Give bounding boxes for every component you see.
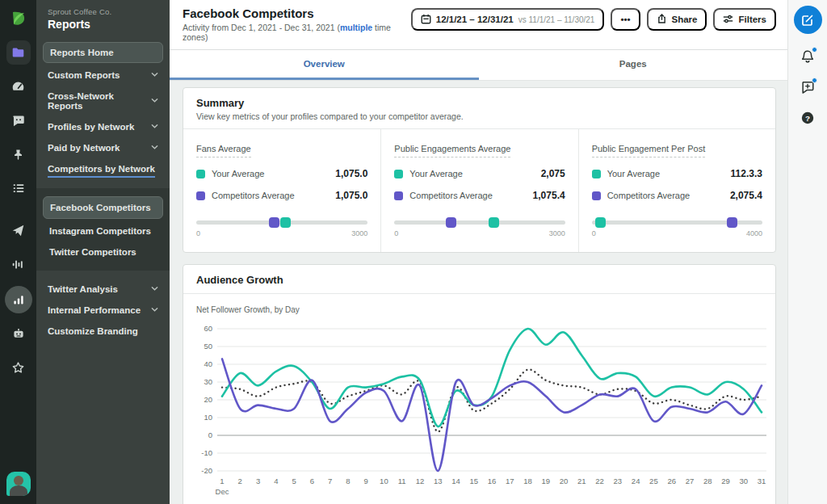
more-options-button[interactable]: ••• — [611, 8, 640, 31]
sidebar-item-twitter-analysis[interactable]: Twitter Analysis — [43, 279, 163, 300]
x-tick-label: 5 — [292, 477, 296, 485]
purple-slider-handle[interactable] — [269, 217, 279, 228]
summary-metric-fans-average: Fans AverageYour Average1,075.0Competito… — [183, 129, 380, 252]
x-tick-label: 30 — [739, 477, 748, 485]
sidebar-item-label: Customize Branding — [48, 326, 138, 336]
audience-growth-card: Audience Growth Net Follower Growth, by … — [183, 264, 776, 504]
messages-bubble-icon[interactable] — [798, 78, 817, 97]
summary-metric-public-engagements-average: Public Engagements AverageYour Average2,… — [380, 129, 577, 252]
x-tick-label: 9 — [363, 477, 367, 485]
x-tick-label: 18 — [523, 477, 532, 485]
x-tick-label: 7 — [328, 477, 332, 485]
summary-title: Summary — [196, 97, 762, 109]
metric-name[interactable]: Public Engagement Per Post — [592, 144, 706, 158]
sidebar-item-custom-reports[interactable]: Custom Reports — [43, 65, 163, 86]
slider-max-label: 4000 — [746, 229, 762, 237]
x-tick-label: 17 — [506, 477, 514, 485]
page-title: Facebook Competitors — [183, 6, 411, 20]
series-your-average — [222, 329, 762, 426]
purple-slider-handle[interactable] — [446, 217, 456, 228]
reports-bars-icon[interactable] — [5, 286, 32, 313]
user-avatar[interactable] — [6, 472, 31, 496]
competitors-average-label: Competitors Average — [212, 191, 335, 200]
your-average-label: Your Average — [409, 169, 540, 178]
teal-slider-handle[interactable] — [489, 217, 499, 228]
chart-subtitle: Net Follower Growth, by Day — [183, 294, 775, 314]
teal-slider-handle[interactable] — [595, 217, 606, 228]
automation-bot-icon[interactable] — [6, 321, 31, 346]
sidebar-item-label: Instagram Competitors — [49, 226, 151, 236]
help-icon[interactable]: ? — [798, 108, 817, 128]
competitors-average-label: Competitors Average — [409, 191, 532, 200]
sidebar-item-facebook-competitors[interactable]: Facebook Competitors — [43, 196, 163, 219]
sidebar-item-competitors-by-network[interactable]: Competitors by Network — [43, 158, 163, 183]
x-tick-label: 24 — [632, 477, 640, 485]
compose-button[interactable] — [794, 6, 822, 34]
competitors-sub-panel: Facebook CompetitorsInstagram Competitor… — [36, 188, 170, 271]
date-range-compare: vs 11/1/21 – 11/30/21 — [518, 15, 595, 24]
metric-name[interactable]: Fans Average — [196, 144, 251, 158]
slider-max-label: 3000 — [351, 229, 367, 237]
tab-overview[interactable]: Overview — [170, 50, 479, 80]
audience-growth-title: Audience Growth — [196, 274, 762, 286]
sprout-logo-icon[interactable] — [6, 6, 31, 31]
x-tick-label: 29 — [721, 477, 730, 485]
sidebar-item-profiles-by-network[interactable]: Profiles by Network — [43, 116, 163, 137]
chevron-down-icon — [151, 96, 158, 106]
metric-name[interactable]: Public Engagements Average — [394, 144, 510, 158]
publishing-plane-icon[interactable] — [6, 218, 31, 242]
your-average-label: Your Average — [212, 169, 335, 178]
y-tick-label: 20 — [204, 395, 212, 404]
dashboard-gauge-icon[interactable] — [6, 74, 31, 99]
sidebar-item-label: Twitter Competitors — [49, 247, 136, 257]
sidebar-item-cross-network-reports[interactable]: Cross-Network Reports — [43, 86, 163, 116]
x-tick-label: 6 — [310, 477, 314, 485]
sidebar-item-label: Cross-Network Reports — [48, 91, 151, 111]
listening-wave-icon[interactable] — [6, 252, 31, 276]
date-range-button[interactable]: 12/1/21 – 12/31/21 vs 11/1/21 – 11/30/21 — [411, 8, 605, 31]
purple-slider-handle[interactable] — [727, 217, 737, 228]
tab-pages[interactable]: Pages — [479, 50, 788, 80]
chevron-down-icon — [151, 305, 158, 315]
y-tick-label: 30 — [204, 377, 212, 386]
slider-min-label: 0 — [394, 229, 398, 237]
audience-growth-chart: 6050403020100-10-20123456789101112131415… — [183, 314, 775, 504]
x-tick-label: 27 — [686, 477, 695, 485]
x-tick-label: 4 — [274, 477, 278, 485]
teal-slider-handle[interactable] — [280, 217, 291, 228]
sidebar-item-instagram-competitors[interactable]: Instagram Competitors — [43, 220, 163, 242]
sidebar-item-label: Facebook Competitors — [50, 203, 151, 212]
svg-text:?: ? — [805, 114, 810, 123]
share-button[interactable]: Share — [647, 8, 707, 31]
competitors-average-value: 1,075.4 — [533, 190, 565, 201]
slider-max-label: 3000 — [549, 229, 565, 237]
x-tick-label: 1 — [220, 477, 224, 485]
y-tick-label: 50 — [204, 342, 212, 351]
summary-card: Summary View key metrics of your profile… — [183, 87, 776, 253]
y-tick-label: -20 — [201, 466, 212, 475]
app-icon-rail — [0, 0, 36, 504]
activity-range-text: Activity from Dec 1, 2021 - Dec 31, 2021… — [183, 23, 411, 42]
filters-button[interactable]: Filters — [713, 8, 776, 31]
multiple-timezones-link[interactable]: multiple — [340, 23, 372, 32]
inbox-bubble-icon[interactable] — [6, 108, 31, 132]
premium-star-icon[interactable] — [6, 355, 31, 380]
sidebar-item-internal-performance[interactable]: Internal Performance — [43, 300, 163, 321]
pin-icon[interactable] — [6, 142, 31, 166]
your-average-row: Your Average1,075.0 — [196, 168, 367, 179]
sidebar-item-twitter-competitors[interactable]: Twitter Competitors — [43, 242, 163, 262]
comparison-slider — [196, 220, 367, 225]
summary-metric-columns: Fans AverageYour Average1,075.0Competito… — [183, 129, 775, 252]
comparison-slider — [394, 220, 565, 225]
x-tick-label: 26 — [667, 477, 676, 485]
y-tick-label: 40 — [204, 359, 212, 368]
feeds-list-icon[interactable] — [6, 176, 31, 200]
sidebar-item-customize-branding[interactable]: Customize Branding — [43, 321, 163, 342]
sidebar-item-reports-home[interactable]: Reports Home — [43, 42, 163, 63]
messages-dot — [812, 78, 817, 83]
plans-folder-icon[interactable] — [6, 40, 31, 65]
line-chart-svg[interactable]: 6050403020100-10-20123456789101112131415… — [191, 319, 781, 504]
workspace-name: Sprout Coffee Co. — [48, 7, 158, 16]
notifications-bell-icon[interactable] — [798, 47, 817, 66]
sidebar-item-paid-by-network[interactable]: Paid by Network — [43, 137, 163, 158]
